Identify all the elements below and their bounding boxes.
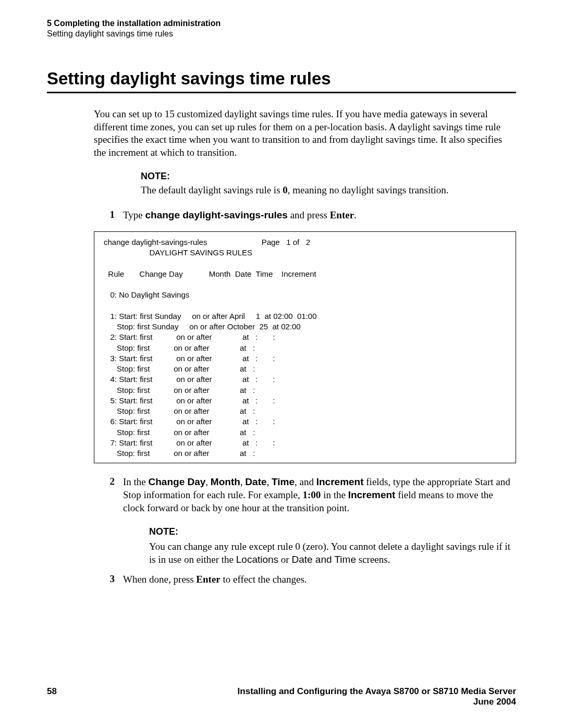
step-2-body: In the Change Day, Month, Date, Time, an… [115,476,516,566]
note-2: NOTE: You can change any rule except rul… [149,526,516,566]
step-2-num: 2 [94,476,115,566]
step-3-num: 3 [94,573,115,586]
step-1: 1 Type change daylight-savings-rules and… [94,209,516,222]
note-heading: NOTE: [141,171,516,182]
note-2-heading: NOTE: [149,526,516,538]
page: 5 Completing the installation administra… [0,0,563,728]
step-3-body: When done, press Enter to effect the cha… [115,573,516,586]
footer: 58 Installing and Configuring the Avaya … [47,686,516,707]
page-title: Setting daylight savings time rules [47,69,516,89]
section-label: Setting daylight savings time rules [47,29,516,39]
title-rule [47,92,516,93]
intro-text: You can set up to 15 customized daylight… [94,108,516,159]
step-1-body: Type change daylight-savings-rules and p… [115,209,516,222]
step-2: 2 In the Change Day, Month, Date, Time, … [94,476,516,566]
book-title: Installing and Configuring the Avaya S87… [238,686,516,697]
note-2-text: You can change any rule except rule 0 (z… [149,540,516,566]
intro-paragraph: You can set up to 15 customized daylight… [94,108,516,196]
page-number: 58 [47,686,57,707]
steps-block: 1 Type change daylight-savings-rules and… [94,209,516,586]
chapter-label: 5 Completing the installation administra… [47,19,516,28]
step-1-num: 1 [94,209,115,222]
step-3: 3 When done, press Enter to effect the c… [94,573,516,586]
note-1: NOTE: The default daylight savings rule … [141,171,516,197]
note-1-text: The default daylight savings rule is 0, … [141,184,516,197]
running-header: 5 Completing the installation administra… [47,19,516,39]
terminal-screen: change daylight-savings-rules Page 1 of … [94,231,516,463]
book-date: June 2004 [238,697,516,707]
footer-right: Installing and Configuring the Avaya S87… [238,686,516,707]
